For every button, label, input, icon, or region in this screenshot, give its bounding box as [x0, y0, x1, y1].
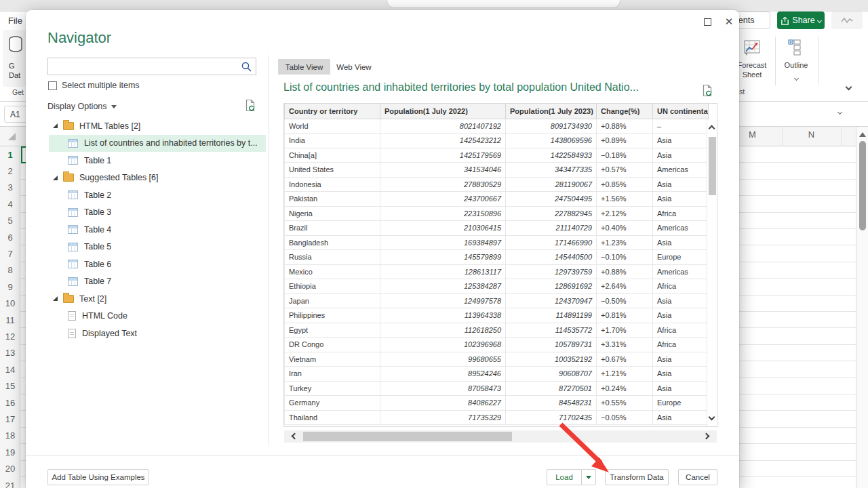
tree-item-html-tables-2-[interactable]: HTML Tables [2] — [49, 117, 266, 135]
scrollbar-thumb[interactable] — [709, 137, 716, 195]
table-cell: Americas — [653, 264, 709, 279]
row-header-15[interactable]: 15 — [0, 378, 20, 394]
sheet-vertical-scrollbar[interactable] — [856, 127, 868, 488]
scroll-right-icon[interactable] — [703, 433, 710, 440]
tree-item-table-3[interactable]: Table 3 — [49, 204, 266, 222]
scroll-left-icon[interactable] — [292, 433, 298, 440]
tree-item-table-5[interactable]: Table 5 — [49, 239, 266, 256]
table-cell: 99680655 — [380, 352, 506, 367]
row-header-18[interactable]: 18 — [0, 428, 20, 444]
refresh-preview-icon[interactable] — [244, 99, 256, 112]
search-input[interactable] — [48, 58, 256, 75]
outline-dropdown-icon — [793, 75, 798, 80]
file-menu[interactable]: File — [8, 16, 22, 26]
load-dropdown-button[interactable] — [581, 469, 596, 485]
scrollbar-thumb[interactable] — [303, 432, 512, 441]
select-all-icon[interactable] — [8, 133, 16, 140]
tree-item-table-6[interactable]: Table 6 — [49, 256, 266, 273]
cancel-button[interactable]: Cancel — [678, 469, 717, 485]
row-header-13[interactable]: 13 — [0, 345, 20, 361]
table-cell: 1422584933 — [506, 148, 597, 163]
row-header-4[interactable]: 4 — [0, 196, 20, 212]
ribbon-collapse-icon[interactable] — [846, 84, 852, 91]
table-cell: +3.31% — [597, 338, 653, 352]
tree-item-table-1[interactable]: Table 1 — [49, 152, 266, 169]
tree-item-html-code[interactable]: HTML Code — [49, 308, 266, 325]
maximize-button[interactable] — [698, 13, 717, 30]
tab-web-view[interactable]: Web View — [330, 59, 378, 75]
select-multiple-option[interactable]: Select multiple items — [48, 81, 140, 90]
table-row: Iran8952424690608707+1.21%Asia — [285, 367, 709, 382]
table-vertical-scrollbar[interactable] — [707, 119, 717, 427]
row-header-19[interactable]: 19 — [0, 444, 20, 460]
row-header-17[interactable]: 17 — [0, 411, 20, 427]
row-header-10[interactable]: 10 — [0, 296, 20, 312]
table-cell: +0.81% — [597, 308, 653, 323]
tree-item-list-of-countries-and-inhabite[interactable]: List of countries and inhabited territor… — [49, 135, 266, 152]
share-icon — [781, 16, 789, 25]
search-icon[interactable] — [241, 61, 252, 73]
tab-table-view[interactable]: Table View — [278, 59, 330, 75]
table-cell: 114535772 — [506, 323, 597, 338]
scroll-down-icon[interactable] — [709, 414, 715, 421]
tree-item-table-4[interactable]: Table 4 — [49, 221, 266, 239]
row-header-11[interactable]: 11 — [0, 312, 20, 328]
row-header-20[interactable]: 20 — [0, 460, 20, 476]
scroll-up-icon[interactable] — [709, 125, 715, 132]
expander-icon[interactable] — [53, 296, 58, 301]
expander-icon[interactable] — [53, 176, 58, 180]
close-icon: ✕ — [725, 16, 734, 28]
row-header-16[interactable]: 16 — [0, 394, 20, 411]
outline-button[interactable]: Outline — [776, 39, 816, 83]
row-header-3[interactable]: 3 — [0, 180, 20, 196]
tree-item-suggested-tables-6-[interactable]: Suggested Tables [6] — [49, 169, 266, 187]
table-cell: 113964338 — [380, 308, 506, 323]
table-icon — [68, 156, 78, 165]
table-cell: 171466990 — [506, 235, 597, 250]
scrollbar-thumb[interactable] — [859, 141, 866, 230]
table-row: Ethiopia125384287128691692+2.64%Africa — [285, 279, 709, 294]
excel-search-box[interactable] — [387, 0, 620, 8]
expander-icon[interactable] — [53, 123, 58, 128]
table-horizontal-scrollbar[interactable] — [284, 430, 717, 443]
row-header-6[interactable]: 6 — [0, 229, 20, 245]
get-data-button[interactable]: GDat — [3, 30, 26, 87]
tree-item-table-7[interactable]: Table 7 — [49, 273, 266, 291]
table-cell: +1.56% — [597, 192, 653, 207]
table-cell: Iran — [285, 367, 380, 382]
select-multiple-checkbox[interactable] — [48, 81, 57, 90]
row-header-12[interactable]: 12 — [0, 328, 20, 344]
column-header-n[interactable]: N — [782, 129, 841, 140]
add-table-using-examples-button[interactable]: Add Table Using Examples — [47, 469, 149, 485]
tree-item-table-2[interactable]: Table 2 — [49, 186, 266, 204]
refresh-preview-icon[interactable] — [701, 84, 713, 97]
formula-bar-expand-icon[interactable] — [837, 110, 842, 115]
table-cell: 1438069596 — [506, 134, 597, 148]
row-header-5[interactable]: 5 — [0, 213, 20, 229]
close-button[interactable]: ✕ — [719, 13, 738, 30]
scroll-up-icon[interactable] — [859, 132, 866, 137]
table-cell: +2.64% — [597, 279, 653, 294]
row-header-21[interactable]: 21 — [0, 477, 20, 488]
sparkline-icon — [841, 16, 853, 24]
table-cell: Indonesia — [285, 177, 380, 192]
share-button[interactable]: Share — [777, 12, 825, 29]
table-cell: Asia — [653, 410, 709, 425]
row-header-7[interactable]: 7 — [0, 245, 20, 262]
display-options-dropdown[interactable]: Display Options — [47, 102, 117, 111]
row-header-9[interactable]: 9 — [0, 279, 20, 295]
transform-data-button[interactable]: Transform Data — [605, 469, 669, 485]
tree-item-displayed-text[interactable]: Displayed Text — [49, 325, 266, 342]
table-cell: 227882945 — [506, 206, 597, 221]
row-header-14[interactable]: 14 — [0, 361, 20, 378]
row-header-1[interactable]: 1 — [0, 146, 20, 163]
tree-item-text-2-[interactable]: Text [2] — [49, 290, 266, 308]
row-header-8[interactable]: 8 — [0, 262, 20, 279]
row-header-2[interactable]: 2 — [0, 163, 20, 179]
table-cell: +1.21% — [597, 367, 653, 382]
analyze-data-button[interactable] — [831, 12, 863, 29]
table-cell: 8091734930 — [506, 119, 597, 134]
table-cell: Asia — [653, 308, 709, 323]
table-cell: −0.18% — [597, 148, 653, 163]
load-button[interactable]: Load — [547, 469, 581, 485]
